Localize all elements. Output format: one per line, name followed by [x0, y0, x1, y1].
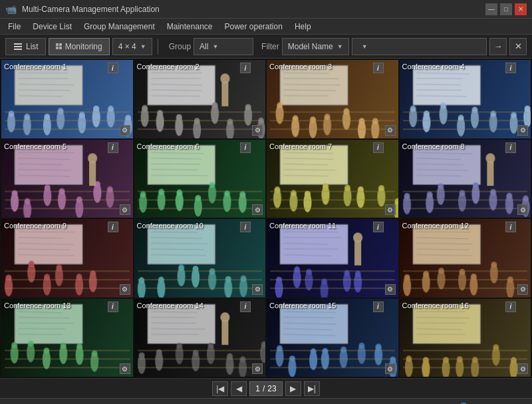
title-bar-left: 📹 Multi-Camera Management Application	[5, 4, 160, 15]
camera-info-button-4[interactable]: i	[505, 63, 516, 73]
camera-label-10: Conference room 10	[137, 222, 203, 230]
toolbar: List Monitoring 4 × 4 ▼ Group All ▼ Filt…	[0, 35, 532, 59]
close-button[interactable]: ✕	[515, 3, 527, 15]
grid-size-dropdown[interactable]: 4 × 4 ▼	[112, 38, 152, 55]
app-title: Multi-Camera Management Application	[22, 5, 160, 14]
menu-device-list[interactable]: Device List	[27, 21, 77, 33]
page-last-button[interactable]: ▶|	[304, 381, 320, 396]
camera-gear-button-5[interactable]: ⚙	[120, 204, 130, 215]
filter-model-dropdown[interactable]: Model Name ▼	[282, 38, 349, 55]
search-go-button[interactable]: →	[489, 38, 507, 55]
camera-cell-2[interactable]: Conference room 2i⚙	[134, 60, 266, 138]
camera-cell-5[interactable]: Conference room 5i⚙	[1, 140, 133, 218]
camera-info-button-13[interactable]: i	[108, 302, 118, 312]
page-first-button[interactable]: |◀	[212, 381, 228, 396]
camera-gear-button-4[interactable]: ⚙	[517, 125, 528, 136]
menu-bar: File Device List Group Management Mainte…	[0, 19, 532, 35]
group-dropdown[interactable]: All ▼	[194, 38, 253, 55]
group-arrow-icon: ▼	[212, 43, 218, 50]
camera-gear-button-11[interactable]: ⚙	[385, 284, 396, 295]
camera-info-button-16[interactable]: i	[505, 302, 516, 312]
page-separator: /	[263, 384, 265, 393]
search-clear-button[interactable]: ✕	[509, 38, 527, 55]
page-current-display: 1 / 23	[249, 381, 282, 396]
camera-gear-button-12[interactable]: ⚙	[517, 284, 528, 295]
monitoring-view-button[interactable]: Monitoring	[49, 38, 110, 55]
toolbar-separator-1	[158, 39, 158, 55]
group-label: Group	[169, 42, 191, 51]
camera-grid: Conference room 1i⚙Conference room 2i⚙Co…	[0, 59, 532, 378]
camera-cell-12[interactable]: Conference room 12i⚙	[400, 219, 531, 298]
grid-icon	[56, 43, 63, 50]
camera-cell-8[interactable]: Conference room 8i⚙	[400, 140, 531, 218]
camera-label-13: Conference room 13	[4, 302, 70, 309]
camera-gear-button-3[interactable]: ⚙	[385, 125, 396, 136]
menu-maintenance[interactable]: Maintenance	[162, 21, 218, 33]
camera-cell-15[interactable]: Conference room 15i⚙	[267, 299, 398, 377]
camera-info-button-8[interactable]: i	[505, 142, 516, 153]
page-current-number: 1	[255, 384, 260, 393]
camera-cell-14[interactable]: Conference room 14i⚙	[134, 299, 266, 377]
camera-info-button-11[interactable]: i	[373, 222, 384, 232]
camera-gear-button-15[interactable]: ⚙	[385, 363, 396, 374]
camera-info-button-6[interactable]: i	[240, 142, 251, 153]
camera-info-button-12[interactable]: i	[505, 222, 516, 232]
group-value: All	[200, 42, 208, 51]
grid-size-label: 4 × 4	[118, 42, 136, 51]
camera-gear-button-1[interactable]: ⚙	[120, 125, 130, 136]
status-bar: Registered devices: 16/200 Select: 0 i A…	[0, 398, 532, 404]
app-icon: 📹	[5, 4, 17, 15]
camera-cell-3[interactable]: Conference room 3i⚙	[267, 60, 398, 138]
camera-info-button-14[interactable]: i	[240, 302, 251, 312]
camera-gear-button-8[interactable]: ⚙	[517, 204, 528, 215]
camera-gear-button-2[interactable]: ⚙	[252, 125, 263, 136]
filter-arrow-icon: ▼	[337, 43, 343, 50]
menu-file[interactable]: File	[3, 21, 26, 33]
camera-cell-6[interactable]: Conference room 6i⚙	[134, 140, 266, 218]
list-view-button[interactable]: List	[5, 38, 46, 55]
page-prev-button[interactable]: ◀	[231, 381, 247, 396]
camera-info-button-2[interactable]: i	[240, 63, 251, 73]
camera-label-11: Conference room 11	[269, 222, 336, 230]
grid-size-arrow-icon: ▼	[140, 43, 146, 50]
camera-cell-16[interactable]: Conference room 16i⚙	[400, 299, 531, 377]
maximize-button[interactable]: □	[500, 3, 512, 15]
camera-info-button-1[interactable]: i	[108, 63, 118, 73]
menu-help[interactable]: Help	[289, 21, 317, 33]
camera-gear-button-16[interactable]: ⚙	[517, 363, 528, 374]
camera-info-button-7[interactable]: i	[373, 142, 384, 153]
camera-gear-button-10[interactable]: ⚙	[252, 284, 263, 295]
camera-label-7: Conference room 7	[269, 142, 332, 150]
filter-value-dropdown[interactable]: ▼	[352, 38, 487, 55]
camera-gear-button-14[interactable]: ⚙	[252, 363, 263, 374]
menu-power-operation[interactable]: Power operation	[219, 21, 287, 33]
camera-cell-4[interactable]: Conference room 4i⚙	[400, 60, 531, 138]
minimize-button[interactable]: —	[485, 3, 497, 15]
camera-info-button-3[interactable]: i	[373, 63, 384, 73]
camera-cell-7[interactable]: Conference room 7i⚙	[267, 140, 398, 218]
camera-info-button-5[interactable]: i	[108, 142, 118, 153]
camera-cell-13[interactable]: Conference room 13i⚙	[1, 299, 133, 377]
camera-label-14: Conference room 14	[137, 302, 203, 309]
page-next-button[interactable]: ▶	[285, 381, 301, 396]
camera-label-5: Conference room 5	[4, 142, 66, 150]
camera-info-button-10[interactable]: i	[240, 222, 251, 232]
camera-info-button-15[interactable]: i	[373, 302, 384, 312]
monitoring-label: Monitoring	[65, 42, 102, 51]
camera-label-16: Conference room 16	[402, 302, 469, 309]
filter-label: Filter	[261, 42, 279, 51]
camera-label-4: Conference room 4	[402, 63, 465, 71]
menu-group-management[interactable]: Group Management	[78, 21, 160, 33]
camera-gear-button-9[interactable]: ⚙	[120, 284, 130, 295]
camera-info-button-9[interactable]: i	[108, 222, 118, 232]
camera-gear-button-7[interactable]: ⚙	[385, 204, 396, 215]
camera-gear-button-6[interactable]: ⚙	[252, 204, 263, 215]
camera-cell-11[interactable]: Conference room 11i⚙	[267, 219, 398, 298]
camera-gear-button-13[interactable]: ⚙	[120, 363, 130, 374]
camera-label-1: Conference room 1	[4, 63, 66, 71]
camera-cell-9[interactable]: Conference room 9i⚙	[1, 219, 133, 298]
camera-label-9: Conference room 9	[4, 222, 66, 230]
camera-cell-10[interactable]: Conference room 10i⚙	[134, 219, 266, 298]
title-bar-controls[interactable]: — □ ✕	[485, 3, 527, 15]
camera-cell-1[interactable]: Conference room 1i⚙	[1, 60, 133, 138]
